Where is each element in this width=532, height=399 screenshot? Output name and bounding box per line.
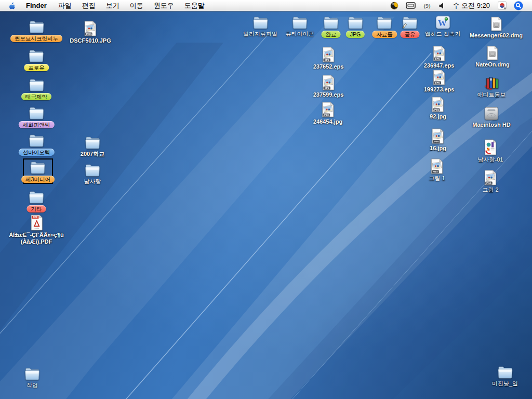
icon-label: JPG <box>346 31 365 38</box>
menubar-clock[interactable]: 수 오전 9:20 <box>448 1 494 10</box>
icon-label-line2: (ÀåÆí).PDF <box>21 238 52 245</box>
hard-drive-icon <box>483 107 500 121</box>
icon-label: 애디트돔보 <box>477 91 506 98</box>
image-document-icon: PNG <box>484 170 497 185</box>
shared-folder-pencil-icon <box>402 16 419 30</box>
desktop-icon[interactable]: W 웹하드 집속기 <box>424 15 460 37</box>
icon-label: 작업 <box>26 382 38 389</box>
classic-9-icon[interactable]: (9) <box>419 0 435 11</box>
desktop-icon[interactable]: 선바이오텍 <box>19 134 55 156</box>
desktop-icon[interactable]: JPG <box>346 16 365 38</box>
desktop-icon[interactable]: JPEG 246454.jpg <box>313 102 342 125</box>
desktop-icon[interactable]: Macintosh HD <box>472 107 510 128</box>
spotlight-icon[interactable] <box>510 0 527 11</box>
menubar-status-area: (9) 수 오전 9:20 <box>387 0 532 11</box>
desktop-icon[interactable]: 프로유 <box>24 49 49 71</box>
icon-label: 246454.jpg <box>313 118 342 125</box>
icon-label: NateOn.dmg <box>475 61 509 68</box>
desktop-icon[interactable]: Messenger602.dmg <box>470 17 523 39</box>
desktop-icon[interactable]: 남사랑-01 <box>478 139 503 163</box>
desktop-icon[interactable]: 공유 <box>401 16 420 38</box>
icon-label: 큐티아이콘 <box>286 31 314 37</box>
apple-menu-icon[interactable] <box>0 0 20 11</box>
svg-text:Adobe: Adobe <box>34 228 39 230</box>
desktop-icon[interactable]: JPEG 92.jpg <box>430 97 446 120</box>
icon-label: 92.jpg <box>430 113 446 120</box>
menubar: Finder파일편집보기이동윈도우도움말 (9) 수 오전 9:20 <box>0 0 532 11</box>
icon-label: 퀸오브시크릿비누 <box>10 35 62 42</box>
desktop-icon[interactable]: 큐티아이콘 <box>286 16 314 37</box>
desktop-icon[interactable]: PNG 그림 2 <box>482 170 498 193</box>
desktop-icon[interactable]: 퀸오브시크릿비누 <box>10 20 62 42</box>
folder-icon <box>84 163 101 177</box>
image-document-icon: JPEG <box>84 21 97 36</box>
menu-item[interactable]: 도움말 <box>179 0 210 11</box>
icon-label: Messenger602.dmg <box>470 32 523 39</box>
desktop-icon[interactable]: 미진냥_일 <box>492 365 518 387</box>
menu-item[interactable]: 보기 <box>101 0 125 11</box>
input-source-korean-flag-icon[interactable] <box>494 0 510 11</box>
folder-icon <box>28 106 45 120</box>
menu-item[interactable]: 편집 <box>77 0 101 11</box>
svg-text:EPS: EPS <box>325 87 329 89</box>
desktop-icon[interactable]: 2007학교 <box>81 136 104 157</box>
svg-text:EPS: EPS <box>325 59 329 61</box>
folder-icon <box>252 16 269 30</box>
desktop-icon[interactable]: 태극제약 <box>21 78 51 100</box>
desktop-icon[interactable]: 남사랑 <box>84 163 101 185</box>
menu-item[interactable]: 이동 <box>125 0 149 11</box>
folder-icon <box>376 16 393 30</box>
image-document-icon: EPS <box>433 46 446 61</box>
icon-label: 웹하드 집속기 <box>424 31 460 37</box>
menu-finder[interactable]: Finder <box>20 0 53 11</box>
menu-item[interactable]: 윈도우 <box>149 0 179 11</box>
svg-text:JPEG: JPEG <box>323 114 329 116</box>
icon-label: 태극제약 <box>21 93 51 100</box>
desktop-icon[interactable]: JPEG 16.jpg <box>430 128 446 152</box>
svg-text:JPEG: JPEG <box>433 140 440 143</box>
desktop-icon[interactable]: 자료들 <box>372 16 397 38</box>
desktop-icon[interactable]: EPS 237652.eps <box>313 47 344 70</box>
desktop-icon[interactable]: PDF Adobe ÀÌ±æÈ¯-ÇÏ´ÃÃ¤»ç¶û(ÀåÆí).PDF <box>9 215 64 245</box>
folder-icon <box>28 134 45 148</box>
desktop-icon[interactable]: 세화피앤씨 <box>19 106 55 128</box>
desktop-icon[interactable]: 완료 <box>322 16 341 38</box>
desktop-icon[interactable]: EPS 237599.eps <box>313 75 344 98</box>
icon-label: 그림 2 <box>482 187 498 193</box>
desktop-icon[interactable]: 일러자료파일 <box>243 16 277 37</box>
desktop-icon[interactable]: 제3미디어 <box>21 161 55 183</box>
desktop-icon[interactable]: NateOn.dmg <box>475 46 509 68</box>
svg-text:PNG: PNG <box>433 170 438 173</box>
disk-image-document-icon <box>487 46 499 60</box>
desktop-icon[interactable]: JPEG DSCF5010.JPG <box>70 21 111 44</box>
icon-label: 완료 <box>322 31 341 38</box>
desktop-icon[interactable]: 애디트돔보 <box>477 75 506 98</box>
svg-text:PNG: PNG <box>486 182 491 184</box>
svg-text:(9): (9) <box>424 3 431 9</box>
desktop-icon[interactable]: 작업 <box>24 367 41 389</box>
folder-icon <box>291 16 309 30</box>
svg-text:EPS: EPS <box>435 82 440 84</box>
desktop-icon[interactable]: EPS 199273.eps <box>424 70 455 93</box>
image-document-icon: EPS <box>322 75 335 90</box>
icon-label: ÀÌ±æÈ¯-ÇÏ´ÃÃ¤»ç¶û <box>9 232 64 238</box>
image-document-icon: JPEG <box>321 102 334 117</box>
desktop-icon[interactable]: EPS 236947.eps <box>424 46 455 69</box>
image-document-icon: PNG <box>431 158 444 174</box>
illustrator-document-icon <box>484 139 497 155</box>
displays-icon[interactable] <box>402 0 419 11</box>
folder-icon <box>28 20 45 34</box>
icon-label: 공유 <box>401 31 420 38</box>
icon-label: 237652.eps <box>313 63 344 70</box>
svg-text:JPEG: JPEG <box>433 109 440 111</box>
menu-item[interactable]: 파일 <box>53 0 77 11</box>
image-document-icon: JPEG <box>431 97 444 112</box>
icon-label: 프로유 <box>24 64 49 71</box>
desktop-icon[interactable]: 기타 <box>27 190 46 212</box>
desktop-icon[interactable]: PNG 그림 1 <box>429 158 445 182</box>
sphere-icon[interactable] <box>387 0 402 11</box>
icon-label: 제3미디어 <box>21 176 55 183</box>
volume-icon[interactable] <box>435 0 448 11</box>
icon-label: 일러자료파일 <box>243 31 277 37</box>
icon-label: 16.jpg <box>430 145 446 152</box>
